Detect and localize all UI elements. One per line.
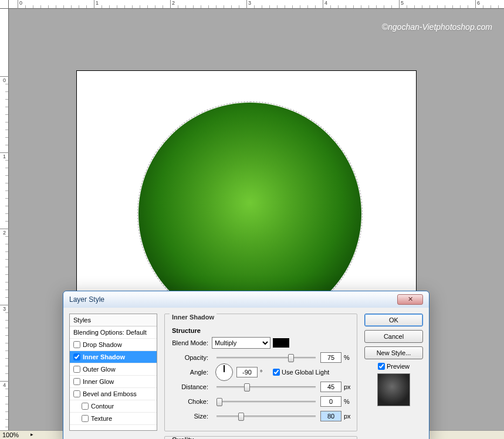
style-checkbox[interactable]	[73, 353, 80, 360]
new-style-button[interactable]: New Style...	[364, 346, 423, 359]
angle-label: Angle:	[170, 369, 212, 376]
style-label: Bevel and Emboss	[83, 390, 137, 397]
ruler-top-label: 5	[401, 0, 404, 6]
style-row-inner-glow[interactable]: Inner Glow	[70, 376, 157, 388]
ruler-left-label: 4	[3, 382, 6, 388]
style-label: Inner Glow	[83, 378, 114, 385]
styles-list: Styles Blending Options: DefaultDrop Sha…	[69, 314, 157, 431]
styles-header[interactable]: Styles	[70, 314, 157, 326]
ruler-left-label: 3	[3, 306, 6, 312]
ruler-top-label: 2	[172, 0, 175, 6]
distance-label: Distance:	[170, 383, 212, 390]
styles-list-panel: Styles Blending Options: DefaultDrop Sha…	[63, 308, 157, 439]
style-row-bevel-and-emboss[interactable]: Bevel and Emboss	[70, 388, 157, 400]
watermark-text: ©ngochan-Vietphotoshop.com	[382, 22, 492, 32]
choke-input[interactable]	[320, 396, 341, 407]
ruler-vertical: 012345	[0, 9, 9, 430]
choke-unit: %	[341, 398, 352, 405]
distance-slider[interactable]	[217, 386, 316, 388]
style-label: Contour	[91, 403, 114, 410]
quality-legend: Quality	[170, 436, 196, 439]
opacity-slider[interactable]	[217, 357, 316, 359]
zoom-level[interactable]: 100%	[2, 431, 26, 438]
preview-checkbox[interactable]	[378, 363, 385, 370]
style-label: Texture	[91, 415, 112, 422]
style-checkbox[interactable]	[73, 341, 80, 348]
style-label: Drop Shadow	[83, 341, 122, 348]
choke-label: Choke:	[170, 398, 212, 405]
style-row-inner-shadow[interactable]: Inner Shadow	[70, 351, 157, 363]
quality-fieldset: Quality	[164, 436, 357, 439]
ruler-left-label: 0	[3, 77, 6, 83]
section-legend: Inner Shadow	[170, 314, 217, 321]
structure-legend: Structure	[172, 327, 352, 334]
style-label: Inner Shadow	[83, 353, 125, 360]
size-input[interactable]	[320, 411, 341, 421]
opacity-input[interactable]	[320, 352, 341, 363]
style-checkbox[interactable]	[82, 403, 89, 410]
ruler-top-label: 3	[248, 0, 251, 6]
zoom-menu-icon[interactable]: ▸	[28, 431, 35, 438]
opacity-unit: %	[341, 354, 352, 361]
size-unit: px	[341, 413, 352, 420]
preview-thumbnail	[377, 373, 410, 406]
ruler-top-label: 6	[477, 0, 480, 6]
ruler-top-label: 1	[96, 0, 99, 6]
shadow-color-swatch[interactable]	[273, 338, 289, 348]
style-checkbox[interactable]	[73, 390, 80, 397]
layer-style-dialog: Layer Style ✕ Styles Blending Options: D…	[63, 291, 429, 439]
style-checkbox[interactable]	[73, 366, 80, 373]
style-row-outer-glow[interactable]: Outer Glow	[70, 363, 157, 376]
dialog-buttons-panel: OK Cancel New Style... Preview	[364, 308, 429, 439]
opacity-label: Opacity:	[170, 354, 212, 361]
ok-button[interactable]: OK	[364, 314, 423, 326]
settings-panel: Inner Shadow Structure Blend Mode: Multi…	[157, 308, 364, 439]
ruler-left-label: 2	[3, 230, 6, 236]
size-label: Size:	[170, 413, 212, 420]
angle-dial[interactable]	[215, 363, 233, 381]
close-button[interactable]: ✕	[397, 294, 423, 305]
ruler-top-label: 4	[324, 0, 327, 6]
ruler-horizontal: 0123456	[9, 0, 504, 9]
global-light-checkbox[interactable]	[273, 369, 280, 376]
style-checkbox[interactable]	[82, 415, 89, 422]
style-label: Outer Glow	[83, 366, 116, 373]
distance-unit: px	[341, 383, 352, 390]
ruler-top-label: 0	[19, 0, 22, 6]
inner-shadow-fieldset: Inner Shadow Structure Blend Mode: Multi…	[164, 314, 357, 431]
distance-input[interactable]	[320, 382, 341, 392]
style-row-texture[interactable]: Texture	[70, 413, 157, 425]
style-label: Blending Options: Default	[73, 329, 147, 336]
style-row-drop-shadow[interactable]: Drop Shadow	[70, 339, 157, 351]
angle-input[interactable]	[236, 367, 258, 377]
size-slider[interactable]	[217, 416, 316, 417]
choke-slider[interactable]	[217, 401, 316, 403]
angle-unit: °	[258, 369, 268, 376]
ruler-corner	[0, 0, 9, 9]
ruler-left-label: 1	[3, 154, 6, 159]
dialog-title: Layer Style	[69, 295, 397, 304]
style-row-blending-options-default[interactable]: Blending Options: Default	[70, 326, 157, 339]
style-row-contour[interactable]: Contour	[70, 400, 157, 413]
preview-label: Preview	[387, 363, 410, 370]
style-checkbox[interactable]	[73, 378, 80, 385]
blend-mode-select[interactable]: Multiply	[212, 337, 270, 349]
dialog-titlebar[interactable]: Layer Style ✕	[63, 291, 429, 308]
blend-mode-label: Blend Mode:	[170, 339, 212, 346]
global-light-label: Use Global Light	[282, 369, 329, 376]
cancel-button[interactable]: Cancel	[364, 330, 423, 343]
